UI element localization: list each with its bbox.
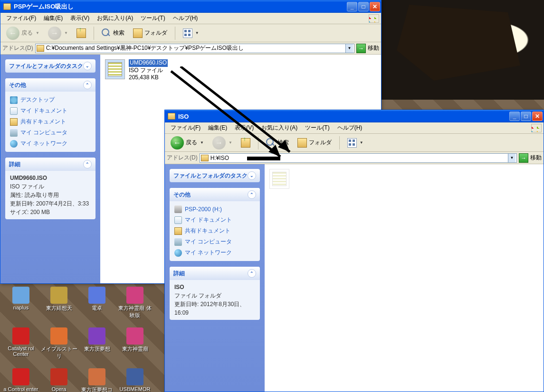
desktop-icon[interactable]: 東方緋想天 (40, 287, 78, 319)
forward-icon: → (48, 27, 61, 40)
minimize-button[interactable]: _ (509, 112, 520, 121)
link-shared-documents[interactable]: 共有ドキュメント (10, 116, 91, 127)
wallpaper-character (378, 0, 544, 100)
link-my-documents[interactable]: マイ ドキュメント (10, 105, 91, 116)
panel-header[interactable]: 詳細 ⌃ (5, 158, 95, 171)
up-icon (241, 138, 250, 148)
address-input[interactable]: H:¥ISO ▼ (200, 153, 517, 163)
titlebar[interactable]: PSPゲームISO吸出し _ □ ✕ (0, 0, 381, 13)
file-item[interactable]: UMD9660.ISO ISO ファイル 205,438 KB (105, 59, 205, 82)
file-folder-tasks-panel: ファイルとフォルダのタスク ⌄ (170, 169, 260, 182)
desktop-icon[interactable]: 東方神霊廟 (116, 327, 154, 360)
chevron-down-icon: ▼ (36, 31, 39, 35)
chevron-up-icon: ⌃ (83, 81, 92, 89)
link-drive[interactable]: PSP-2000 (H:) (174, 204, 255, 215)
toolbar: ← 戻る ▼ → ▼ 検索 フォルダ ▼ (165, 134, 544, 152)
folder-icon (10, 118, 18, 126)
address-dropdown[interactable]: ▼ (508, 154, 515, 162)
folders-button[interactable]: フォルダ (130, 27, 170, 39)
search-label: 検索 (277, 139, 289, 147)
desktop-icon[interactable]: naplus (2, 287, 40, 319)
desktop-icon[interactable]: 電卓 (78, 287, 116, 319)
details-attr: 属性: 読み取り専用 (10, 191, 91, 199)
panel-header[interactable]: その他 ⌃ (170, 188, 260, 201)
forward-button[interactable]: → ▼ (210, 135, 235, 151)
separator (94, 27, 94, 40)
folder-icon (168, 113, 175, 120)
tasks-pane: ファイルとフォルダのタスク ⌄ その他 ⌃ デスクトップ マイ ドキュメント 共… (0, 55, 100, 283)
address-input[interactable]: C:¥Documents and Settings¥黒神-PC10¥デスクトップ… (35, 44, 354, 53)
desktop-icon[interactable]: a Control enter (2, 368, 40, 392)
search-label: 検索 (113, 29, 124, 37)
address-dropdown[interactable]: ▼ (345, 44, 353, 53)
other-places-panel: その他 ⌃ PSP-2000 (H:) マイ ドキュメント 共有ドキュメント マ… (170, 188, 260, 261)
document-icon (174, 216, 182, 224)
desktop-icon[interactable]: 東方神霊廟 体験版 (116, 287, 154, 319)
link-desktop[interactable]: デスクトップ (10, 94, 91, 105)
menu-edit[interactable]: 編集(E) (204, 123, 231, 133)
menu-view[interactable]: 表示(V) (231, 123, 258, 133)
details-type: ISO ファイル (10, 182, 91, 191)
desktop-icon[interactable]: USBMEMOR (116, 368, 154, 392)
menu-help[interactable]: ヘルプ(H) (334, 123, 366, 133)
forward-button[interactable]: → ▼ (45, 25, 71, 41)
network-icon (10, 140, 18, 148)
link-my-computer[interactable]: マイ コンピュータ (174, 236, 255, 247)
link-my-computer[interactable]: マイ コンピュータ (10, 127, 91, 138)
file-name: UMD9660.ISO (129, 59, 168, 67)
maximize-button[interactable]: □ (358, 2, 369, 11)
menu-edit[interactable]: 編集(E) (40, 13, 67, 23)
menu-file[interactable]: ファイル(F) (2, 13, 40, 23)
back-button[interactable]: ← 戻る ▼ (3, 25, 42, 41)
chevron-up-icon: ⌃ (248, 190, 256, 199)
go-button[interactable]: → (519, 153, 528, 163)
close-button[interactable]: ✕ (532, 112, 543, 121)
menu-file[interactable]: ファイル(F) (167, 123, 204, 133)
back-label: 戻る (21, 29, 33, 37)
maximize-button[interactable]: □ (521, 112, 531, 121)
link-my-network[interactable]: マイ ネットワーク (174, 247, 255, 258)
link-my-network[interactable]: マイ ネットワーク (10, 138, 91, 149)
back-icon: ← (6, 27, 19, 40)
desktop-icon[interactable]: Catalyst rol Center (2, 327, 40, 360)
views-button[interactable]: ▼ (180, 27, 202, 39)
desktop-icon[interactable]: Opera (40, 368, 78, 392)
folders-icon (133, 28, 143, 38)
menu-help[interactable]: ヘルプ(H) (169, 13, 202, 23)
desktop-icon[interactable]: 東方茨夢想コ (78, 368, 116, 392)
panel-header[interactable]: ファイルとフォルダのタスク ⌄ (5, 59, 95, 73)
details-panel: 詳細 ⌃ UMD9660.ISO ISO ファイル 属性: 読み取り専用 更新日… (5, 158, 95, 219)
search-button[interactable]: 検索 (263, 137, 292, 149)
details-modified: 更新日時: 2012年8月30日、16:09 (174, 300, 255, 317)
views-icon (183, 28, 192, 38)
toolbar: ← 戻る ▼ → ▼ 検索 フォルダ ▼ (0, 24, 381, 42)
minimize-button[interactable]: _ (347, 2, 357, 11)
panel-header[interactable]: その他 ⌃ (5, 78, 95, 92)
panel-header[interactable]: 詳細 ⌃ (170, 267, 260, 280)
forward-icon: → (212, 136, 226, 149)
menu-tools[interactable]: ツール(T) (301, 123, 333, 133)
up-button[interactable] (74, 27, 89, 39)
link-shared-documents[interactable]: 共有ドキュメント (174, 225, 255, 236)
close-button[interactable]: ✕ (370, 2, 380, 11)
go-button[interactable]: → (356, 44, 366, 53)
menu-view[interactable]: 表示(V) (67, 13, 93, 23)
up-button[interactable] (238, 137, 253, 149)
search-icon (102, 28, 111, 38)
windows-flag-icon (369, 14, 379, 23)
folders-button[interactable]: フォルダ (295, 137, 334, 149)
menu-favorites[interactable]: お気に入り(A) (258, 123, 301, 133)
menu-tools[interactable]: ツール(T) (137, 13, 169, 23)
views-button[interactable]: ▼ (344, 137, 366, 149)
search-button[interactable]: 検索 (99, 27, 127, 39)
desktop-icon[interactable]: メイプルストーリ (40, 327, 78, 360)
titlebar[interactable]: ISO _ □ ✕ (165, 110, 544, 122)
back-button[interactable]: ← 戻る ▼ (168, 135, 207, 151)
desktop-icon[interactable]: 東方茨夢想 (78, 327, 116, 360)
document-icon (10, 107, 18, 115)
up-icon (76, 28, 86, 38)
menu-favorites[interactable]: お気に入り(A) (93, 13, 137, 23)
link-my-documents[interactable]: マイ ドキュメント (174, 215, 255, 225)
file-list[interactable] (265, 164, 544, 392)
panel-header[interactable]: ファイルとフォルダのタスク ⌄ (170, 169, 260, 182)
